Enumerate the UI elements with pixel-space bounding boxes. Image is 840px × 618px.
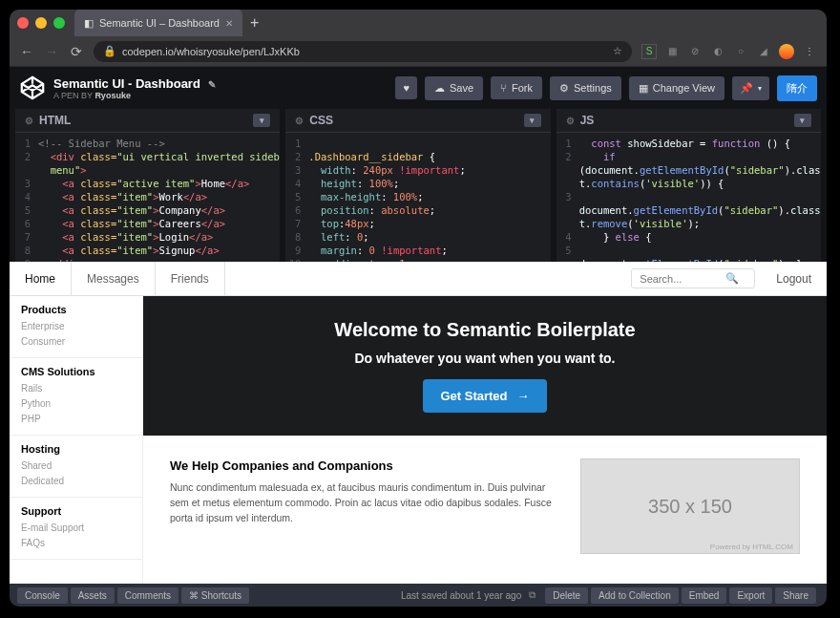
fork-icon: ⑂ <box>500 82 507 94</box>
maximize-window-icon[interactable] <box>53 17 65 29</box>
window-controls <box>17 17 65 29</box>
extension-icon[interactable]: ◐ <box>710 44 725 59</box>
logout-link[interactable]: Logout <box>761 272 827 286</box>
html-editor[interactable]: 1<!-- Sidebar Menu -->2 <div class="ui v… <box>15 133 280 262</box>
forward-button[interactable]: → <box>44 44 59 59</box>
hero-subtitle: Do whatever you want when you want to. <box>162 351 808 366</box>
url-text: codepen.io/whoisryosuke/pen/LJxKKb <box>122 46 300 57</box>
get-started-button[interactable]: Get Started→ <box>423 379 546 413</box>
footer-button[interactable]: Delete <box>545 587 588 604</box>
editor-panels: ⚙HTML▾ 1<!-- Sidebar Menu -->2 <div clas… <box>10 109 827 262</box>
preview-main: Welcome to Semantic Boilerplate Do whate… <box>143 296 827 584</box>
section-title: We Help Companies and Companions <box>170 458 552 473</box>
extension-icon[interactable]: ⊘ <box>687 44 703 59</box>
preview-pane: HomeMessagesFriends 🔍 Logout ProductsEnt… <box>10 262 827 584</box>
pin-icon: 📌 <box>740 82 753 95</box>
like-button[interactable]: ♥ <box>395 76 417 99</box>
image-placeholder: 350 x 150 Powered by HTML.COM <box>580 458 800 554</box>
js-editor[interactable]: 1 const showSidebar = function () {2 if(… <box>556 133 821 262</box>
panel-title: HTML <box>39 114 71 127</box>
sidebar-item[interactable]: Consumer <box>21 334 131 350</box>
change-view-button[interactable]: ▦Change View <box>629 76 724 100</box>
preview-sidebar: ProductsEnterpriseConsumerCMS SolutionsR… <box>10 296 143 584</box>
save-button[interactable]: ☁Save <box>425 76 483 100</box>
pen-title: Semantic UI - Dashboard <box>53 76 200 91</box>
footer-button[interactable]: ⌘ Shortcuts <box>181 587 249 604</box>
sidebar-item[interactable]: Dedicated <box>21 474 131 489</box>
footer-button[interactable]: Assets <box>71 587 115 604</box>
sidebar-item[interactable]: Python <box>21 396 131 412</box>
browser-window: ◧ Semantic UI – Dashboard ✕ + ← → ⟳ 🔒 co… <box>10 10 827 607</box>
sidebar-item[interactable]: Shared <box>21 458 131 474</box>
chevron-down-icon[interactable]: ▾ <box>253 114 270 127</box>
chevron-down-icon: ▾ <box>758 84 762 93</box>
preview-tab[interactable]: Messages <box>72 262 156 295</box>
edit-title-icon[interactable]: ✎ <box>208 79 216 90</box>
reload-button[interactable]: ⟳ <box>69 44 84 59</box>
codepen-footer: ConsoleAssetsComments⌘ Shortcuts Last sa… <box>10 584 827 607</box>
settings-button[interactable]: ⚙Settings <box>550 76 621 100</box>
tab-close-icon[interactable]: ✕ <box>225 18 233 29</box>
gear-icon[interactable]: ⚙ <box>25 116 33 126</box>
titlebar: ◧ Semantic UI – Dashboard ✕ + <box>10 10 827 36</box>
footer-button[interactable]: Console <box>17 587 68 604</box>
html-panel: ⚙HTML▾ 1<!-- Sidebar Menu -->2 <div clas… <box>15 109 280 262</box>
fork-button[interactable]: ⑂Fork <box>491 76 542 99</box>
panel-title: CSS <box>309 114 333 127</box>
star-icon[interactable]: ☆ <box>613 45 622 57</box>
css-editor[interactable]: 12.Dashboard__sidebar {3 width: 240px !i… <box>285 133 550 262</box>
sidebar-item[interactable]: Rails <box>21 381 131 396</box>
preview-tab[interactable]: Home <box>10 262 72 295</box>
footer-button[interactable]: Embed <box>682 587 727 604</box>
tab-title: Semantic UI – Dashboard <box>99 17 220 29</box>
footer-button[interactable]: Add to Collection <box>591 587 679 604</box>
sidebar-heading: Hosting <box>21 443 131 455</box>
codepen-logo-icon[interactable] <box>19 75 46 101</box>
preview-tab[interactable]: Friends <box>156 262 225 295</box>
chevron-down-icon[interactable]: ▾ <box>524 114 541 127</box>
new-tab-button[interactable]: + <box>250 14 259 32</box>
section-body: Nunc condimentum malesuada ex, at faucib… <box>170 480 552 525</box>
sidebar-heading: CMS Solutions <box>21 366 131 377</box>
back-button[interactable]: ← <box>19 44 34 59</box>
search-input[interactable]: 🔍 <box>631 268 755 288</box>
address-bar[interactable]: 🔒 codepen.io/whoisryosuke/pen/LJxKKb ☆ <box>94 41 632 62</box>
arrow-right-icon: → <box>517 389 530 403</box>
extension-icon[interactable]: ▦ <box>664 44 680 59</box>
chevron-down-icon[interactable]: ▾ <box>794 114 811 127</box>
profile-avatar[interactable] <box>779 44 794 59</box>
extension-icon[interactable]: S <box>641 44 657 59</box>
menu-icon[interactable]: ⋮ <box>802 44 817 59</box>
close-window-icon[interactable] <box>17 17 29 29</box>
browser-tab[interactable]: ◧ Semantic UI – Dashboard ✕ <box>74 10 242 36</box>
hero-title: Welcome to Semantic Boilerplate <box>162 319 808 341</box>
extension-icon[interactable]: ◢ <box>756 44 771 59</box>
sidebar-item[interactable]: E-mail Support <box>21 521 131 536</box>
footer-button[interactable]: Comments <box>117 587 178 604</box>
browser-extensions: S ▦ ⊘ ◐ ○ ◢ ⋮ <box>641 44 817 59</box>
sidebar-item[interactable]: FAQs <box>21 536 131 551</box>
footer-button[interactable]: Export <box>729 587 772 604</box>
save-status: Last saved about 1 year ago <box>401 590 521 601</box>
cloud-icon: ☁ <box>434 82 445 95</box>
sidebar-item[interactable]: PHP <box>21 412 131 427</box>
minimize-window-icon[interactable] <box>35 17 47 29</box>
sidebar-heading: Support <box>21 505 131 517</box>
preview-topbar: HomeMessagesFriends 🔍 Logout <box>10 262 827 296</box>
tab-favicon-icon: ◧ <box>84 17 94 30</box>
sidebar-heading: Products <box>21 304 131 315</box>
footer-button[interactable]: Share <box>775 587 816 604</box>
tabstrip: ◧ Semantic UI – Dashboard ✕ + <box>74 10 259 36</box>
profile-button[interactable]: 隋介 <box>777 75 817 101</box>
layout-icon: ▦ <box>639 82 648 95</box>
js-panel: ⚙JS▾ 1 const showSidebar = function () {… <box>556 109 821 262</box>
pin-button[interactable]: 📌▾ <box>732 76 769 100</box>
external-link-icon[interactable]: ⧉ <box>529 589 536 601</box>
sidebar-item[interactable]: Enterprise <box>21 319 131 334</box>
pen-author[interactable]: Ryosuke <box>94 91 131 100</box>
extension-icon[interactable]: ○ <box>733 44 748 59</box>
hero: Welcome to Semantic Boilerplate Do whate… <box>143 296 827 436</box>
gear-icon[interactable]: ⚙ <box>566 116 575 126</box>
gear-icon[interactable]: ⚙ <box>295 116 304 126</box>
search-field[interactable] <box>640 273 725 285</box>
